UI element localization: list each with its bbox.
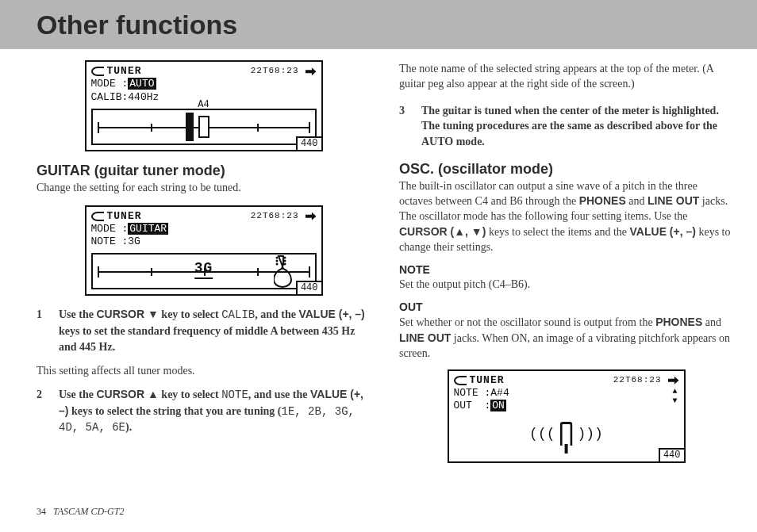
lcd-note-label: NOTE :	[91, 235, 129, 247]
t: keys to set the standard frequency of mi…	[59, 325, 355, 353]
lcd-auto-wrap: TUNER 22T68:23 MODE :AUTO CALIB:440Hz A4…	[37, 60, 371, 151]
lcd-title: TUNER	[107, 65, 142, 78]
meter-note: A4	[198, 99, 209, 111]
lcd-time: 22T68:23	[251, 66, 299, 77]
rcol-intro: The note name of the selected string app…	[399, 62, 733, 92]
lcd-out-label: OUT :	[454, 400, 491, 411]
after-step1: This setting affects all tuner modes.	[37, 364, 371, 379]
lineout-label: LINE OUT	[399, 331, 451, 344]
osc-heading: OSC. (oscillator mode)	[399, 161, 733, 178]
value-keys: VALUE (+, –)	[298, 308, 364, 320]
step-2: Use the CURSOR ▲ key to select NOTE, and…	[37, 387, 371, 436]
page-body: TUNER 22T68:23 MODE :AUTO CALIB:440Hz A4…	[0, 49, 757, 463]
cursor-key: CURSOR ▼	[96, 308, 158, 320]
lineout-label: LINE OUT	[647, 194, 699, 207]
svg-point-4	[283, 260, 286, 262]
t: and	[626, 195, 647, 207]
tuner-meter: 3G	[91, 253, 317, 289]
phones-label: PHONES	[579, 194, 626, 207]
note-heading: NOTE	[399, 263, 733, 276]
value-keys: VALUE (+, –)	[630, 225, 696, 238]
t: and	[702, 316, 721, 328]
waves-left: (((	[529, 425, 555, 443]
svg-point-0	[275, 257, 278, 259]
scroll-arrows-icon: ▲▼	[672, 387, 677, 406]
lcd-mode-label: MODE :	[91, 223, 129, 235]
plug-icon	[305, 212, 317, 220]
pitchfork-icon: ((( )))	[529, 422, 603, 446]
steps-list-2: Use the CURSOR ▲ key to select NOTE, and…	[37, 387, 371, 436]
lcd-calib-label: CALIB:	[91, 91, 129, 103]
plug-icon	[668, 377, 679, 385]
cursor-keys: CURSOR (▲, ▼)	[399, 225, 486, 238]
lcd-guitar: TUNER 22T68:23 MODE :GUITAR NOTE :3G 3G	[85, 205, 323, 297]
t: key to select	[159, 388, 221, 400]
svg-point-5	[283, 263, 286, 266]
lcd-osc: TUNER 22T68:23 NOTE :A#4 OUT :ON ▲▼ ((( …	[448, 369, 686, 464]
lcd-badge: 440	[296, 281, 323, 296]
guitar-intro: Change the setting for each string to be…	[37, 181, 371, 196]
page-footer: 34 TASCAM CD-GT2	[37, 506, 124, 518]
step-1: Use the CURSOR ▼ key to select CALIB, an…	[37, 307, 371, 354]
right-column: The note name of the selected string app…	[399, 60, 733, 463]
page-header: Other functions	[0, 0, 757, 49]
t: Use the	[59, 388, 96, 400]
t: Set whether or not the oscillator sound …	[399, 316, 655, 328]
lcd-auto: TUNER 22T68:23 MODE :AUTO CALIB:440Hz A4…	[85, 60, 323, 151]
out-heading: OUT	[399, 300, 733, 313]
lcd-title: TUNER	[107, 210, 142, 223]
lcd-title: TUNER	[470, 374, 505, 387]
lcd-calib-value: 440Hz	[128, 91, 159, 103]
t: ).	[125, 421, 132, 433]
lcd-time: 22T68:23	[613, 375, 662, 386]
page-title: Other functions	[37, 10, 237, 40]
osc-body: The built-in oscillator can output a sin…	[399, 179, 733, 255]
cursor-key: CURSOR ▲	[96, 388, 158, 400]
lcd-badge: 440	[659, 448, 686, 463]
step-3: The guitar is tuned when the center of t…	[399, 103, 733, 150]
lcd-note-value: A#4	[490, 387, 509, 399]
left-column: TUNER 22T68:23 MODE :AUTO CALIB:440Hz A4…	[37, 60, 371, 463]
lcd-osc-wrap: TUNER 22T68:23 NOTE :A#4 OUT :ON ▲▼ ((( …	[399, 369, 733, 464]
page-number: 34	[37, 506, 46, 517]
lcd-guitar-wrap: TUNER 22T68:23 MODE :GUITAR NOTE :3G 3G	[37, 205, 371, 297]
lcd-time: 22T68:23	[251, 211, 299, 222]
out-body: Set whether or not the oscillator sound …	[399, 315, 733, 362]
svg-point-1	[275, 260, 278, 262]
lcd-mode-value: AUTO	[128, 78, 156, 90]
lcd-badge: 440	[296, 136, 323, 151]
t: key to select	[159, 308, 221, 320]
note-body: Set the output pitch (C4–B6).	[399, 277, 733, 293]
t: keys to select the string that you are t…	[68, 405, 281, 417]
lcd-note-label: NOTE :	[454, 387, 491, 399]
t: , and the	[255, 308, 298, 320]
code-calib: CALIB	[221, 308, 255, 321]
plug-icon	[305, 67, 317, 75]
tuner-meter: A4	[91, 109, 317, 145]
t: , and use the	[248, 388, 310, 400]
waves-right: )))	[578, 425, 603, 443]
phones-label: PHONES	[655, 316, 702, 328]
lcd-mode-value: GUITAR	[128, 223, 168, 235]
svg-point-2	[275, 263, 278, 266]
t: keys to select the items and the	[486, 226, 629, 238]
guitar-heading: GUITAR (guitar tuner mode)	[37, 163, 371, 179]
steps-list: Use the CURSOR ▼ key to select CALIB, an…	[37, 307, 371, 354]
t: Use the	[59, 308, 96, 320]
lcd-out-value: ON	[490, 400, 506, 411]
svg-point-3	[283, 257, 286, 259]
lcd-mode-label: MODE :	[91, 78, 129, 90]
osc-visual: ((( )))	[454, 417, 679, 457]
product-name: TASCAM CD-GT2	[53, 506, 124, 517]
lcd-note-value: 3G	[128, 235, 140, 247]
code-note: NOTE	[221, 388, 248, 401]
steps-list-3: The guitar is tuned when the center of t…	[399, 103, 733, 150]
